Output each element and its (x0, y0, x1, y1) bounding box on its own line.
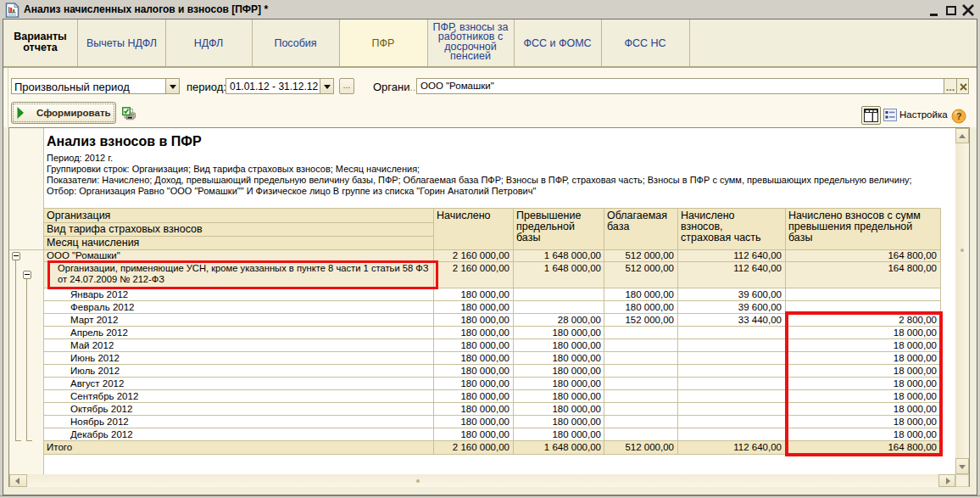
svg-text:?: ? (956, 111, 962, 121)
